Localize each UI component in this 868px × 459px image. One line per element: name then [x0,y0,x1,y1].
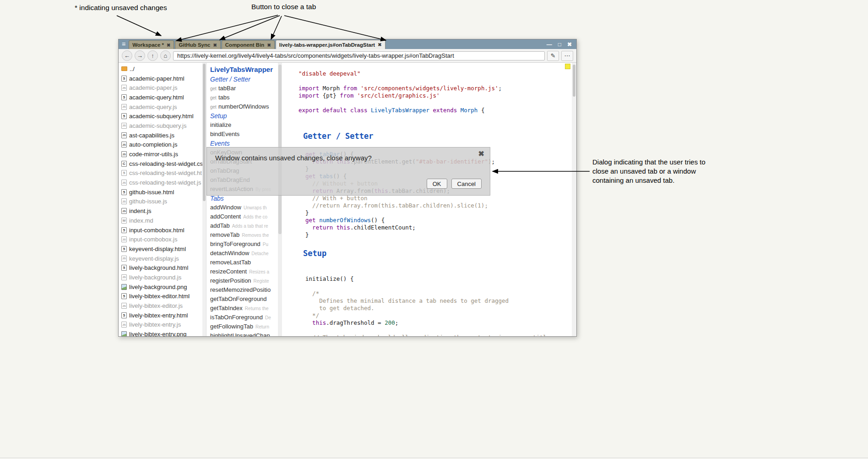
tab-close-button[interactable]: ✖ [378,42,381,47]
outline-section[interactable]: Events [210,139,282,148]
maximize-button[interactable]: □ [558,42,561,47]
file-item[interactable]: ast-capabilities.js [119,131,202,140]
outline-method[interactable]: removeLastTab [210,258,282,267]
file-item[interactable]: keyevent-display.js [119,254,202,263]
file-item[interactable]: css-reloading-test-widget.js [119,178,202,187]
outline-method[interactable]: getTabIndexReturns the [210,304,282,313]
tab-close-button[interactable]: ✖ [267,43,271,48]
outline-method[interactable]: initialize [210,120,282,130]
outline-section[interactable]: Getter / Setter [210,75,282,84]
file-name: academic-paper.html [129,75,184,82]
editor-scrollbar-thumb[interactable] [573,65,575,97]
file-item[interactable]: github-issue.js [119,197,202,207]
outline-method[interactable]: detachWindowDetache [210,249,282,258]
file-item[interactable]: academic-query.js [119,102,202,112]
file-item[interactable]: lively-bibtex-editor.js [119,301,202,311]
outline-method[interactable]: getTabOnForeground [210,295,282,304]
code-lines: "disable deepeval"import Morph from 'src… [298,70,576,336]
file-item[interactable]: css-reloading-test-widget.ht [119,169,202,178]
file-item[interactable]: github-issue.html [119,187,202,197]
outline-method[interactable]: getnumberOfWindows [210,102,282,111]
code-line: export default class LivelyTabsWrapper e… [298,107,576,114]
file-item[interactable]: code-mirror-utils.js [119,149,202,159]
outline-method[interactable]: bindEvents [210,130,282,139]
file-item[interactable]: lively-bibtex-editor.html [119,292,202,301]
file-item[interactable]: input-combobox.html [119,225,202,235]
file-list: ../academic-paper.htmlacademic-paper.jsa… [119,64,206,336]
outline-method[interactable]: highlightUnsavedChan [210,331,282,336]
file-name: css-reloading-test-widget.js [129,179,201,186]
editor-scrollbar[interactable] [572,63,576,336]
outline-scrollbar[interactable] [278,63,282,336]
url-input[interactable] [173,51,545,60]
outline-method-name: getTabOnForeground [210,295,267,302]
file-panel-scrollbar-thumb[interactable] [203,64,206,201]
file-name: css-reloading-test-widget.ht [129,169,202,176]
outline-method-name: detachWindow [210,250,249,257]
minimize-button[interactable]: — [547,42,552,47]
tab-close-button[interactable]: ✖ [213,43,217,48]
outline-method[interactable]: addTabAdds a tab that re [210,221,282,230]
outline-method-name: getTabIndex [210,305,243,311]
outline-method[interactable]: getFollowingTabReturn [210,322,282,331]
code-line: this.dragThreshold = 200; [298,319,576,327]
outline-method[interactable]: addWindowUnwraps th [210,203,282,212]
file-item[interactable]: lively-background.html [119,263,202,273]
tab[interactable]: Component Bin✖ [222,40,275,49]
edit-button[interactable]: ✎ [547,51,559,61]
tab-close-button[interactable]: ✖ [167,43,170,48]
dialog-close-button[interactable]: ✖ [478,149,484,158]
ok-button[interactable]: OK [427,179,447,189]
back-button[interactable]: ← [122,50,132,61]
window-close-button[interactable]: ✖ [567,42,572,47]
file-name: lively-bibtex-editor.html [129,293,190,300]
file-item[interactable]: indent.js [119,206,202,216]
home-button[interactable]: ⌂ [160,50,171,61]
tab[interactable]: lively-tabs-wrapper.js#onTabDragStart✖ [276,40,385,49]
dialog-message: Window contains unsaved changes, close a… [215,154,372,162]
outline-class-title[interactable]: LivelyTabsWrapper [210,65,282,75]
file-item[interactable]: academic-query.html [119,93,202,102]
tab[interactable]: GitHub Sync✖ [175,40,220,49]
forward-button[interactable]: → [135,50,145,61]
annotation-arrow [176,15,278,41]
file-item[interactable]: academic-paper.html [119,74,202,83]
file-panel-scrollbar[interactable] [202,63,206,336]
outline-method[interactable]: bringToForegroundPu [210,240,282,249]
file-item[interactable]: lively-bibtex-entry.js [119,320,202,330]
file-item[interactable]: lively-background.png [119,282,202,292]
up-button[interactable]: ↑ [147,50,158,61]
png-file-icon [121,284,127,290]
code-line: } [298,231,576,239]
file-item[interactable]: auto-completion.js [119,140,202,150]
file-item[interactable]: academic-subquery.html [119,111,202,121]
outline-section[interactable]: Setup [210,111,282,120]
file-item[interactable]: index.md [119,216,202,225]
code-editor[interactable]: "disable deepeval"import Morph from 'src… [282,63,576,336]
outline-method[interactable]: removeTabRemoves the [210,230,282,240]
file-item[interactable]: css-reloading-test-widget.cs [119,159,202,169]
file-item[interactable]: academic-paper.js [119,83,202,93]
outline-method[interactable]: resizeContentResizes a [210,267,282,276]
outline-method-note: Resizes a [249,269,269,274]
file-item[interactable]: lively-bibtex-entry.html [119,311,202,320]
outline-method[interactable]: registerPositionRegiste [210,276,282,285]
outline-method[interactable]: gettabs [210,93,282,102]
outline-method[interactable]: gettabBar [210,84,282,93]
file-item[interactable]: ../ [119,64,202,74]
file-item[interactable]: lively-background.js [119,273,202,282]
file-item[interactable]: input-combobox.js [119,235,202,244]
outline-method[interactable]: isTabOnForegroundDe [210,313,282,322]
outline-method[interactable]: resetMemoziredPositio [210,285,282,295]
file-item[interactable]: keyevent-display.html [119,244,202,254]
cancel-button[interactable]: Cancel [451,179,482,189]
outline-method[interactable]: addContentAdds the co [210,212,282,221]
js-file-icon [121,198,127,204]
tab[interactable]: Workspace *✖ [129,40,174,49]
file-item[interactable]: academic-subquery.js [119,121,202,131]
file-item[interactable]: lively-bibtex-entry.png [119,329,202,336]
code-heading: Setup [298,248,576,259]
more-button[interactable]: ⋯ [561,51,573,61]
window-titlebar[interactable]: ≡ Workspace *✖GitHub Sync✖Component Bin✖… [119,39,576,49]
window-menu-icon[interactable]: ≡ [119,39,129,49]
